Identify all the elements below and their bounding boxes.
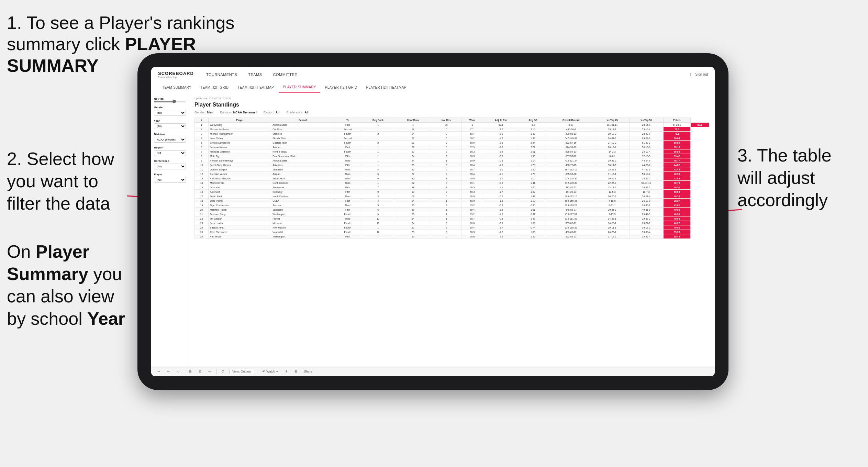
standings-table: # Player School Yr Reg Rank Conf Rank No… (194, 118, 709, 239)
logo-sub: Powered by clippi (158, 76, 194, 78)
table-row: 15Jake HallTennesseeFifth788168.5-1.51.6… (195, 185, 709, 190)
table-row: 24Bastian AmatNew MexicoFourth127269.4-1… (195, 225, 709, 230)
division-filter: Division NCAA Division I NCAA Division I… (154, 133, 186, 143)
table-row: 9Preston SummerhaysArizona StateThird124… (195, 158, 709, 163)
col-no-rds: No. Rds. (431, 118, 461, 123)
logo-title: SCOREBOARD (158, 71, 194, 76)
nav-right: | Sign out (690, 73, 708, 76)
table-row: 7Nicholas GabrelcikNorth FloridaFourth12… (195, 149, 709, 154)
nav-items: TOURNAMENTS TEAMS COMMITTEE (201, 67, 690, 82)
table-row: 12Brendan ValdesAuburnThird577068.4-1.11… (195, 172, 709, 176)
region-select[interactable]: N/A All (154, 150, 186, 156)
table-area: Update time: 27/03/2024 16:56:26 Player … (189, 93, 715, 366)
standings-title: Player Standings (194, 102, 709, 108)
toolbar-view[interactable]: View: Original (229, 369, 254, 374)
no-rds-label: No Rds. (154, 97, 186, 100)
tablet-screen: SCOREBOARD Powered by clippi TOURNAMENTS… (151, 67, 715, 376)
toolbar-sep2 (216, 369, 216, 374)
toolbar-copy[interactable]: ⊞ (187, 369, 194, 374)
nav-bar: SCOREBOARD Powered by clippi TOURNAMENTS… (151, 67, 715, 82)
filter-gender-value: Men (207, 111, 213, 114)
toolbar-dash[interactable]: — (206, 369, 213, 374)
no-rds-filter: No Rds. (154, 97, 186, 102)
slider-thumb[interactable] (173, 100, 176, 103)
table-row: 21Taehoon SongWashingtonFourth523169.2-1… (195, 212, 709, 216)
slider-fill (154, 101, 173, 102)
region-label: Region (154, 146, 186, 149)
col-overall: Overall Record (547, 118, 595, 123)
toolbar-sep3 (257, 369, 257, 374)
conference-filter: Conference (All) (154, 159, 186, 169)
toolbar-share[interactable]: Share (302, 369, 314, 374)
tab-player-h2h-heatmap[interactable]: PLAYER H2H HEATMAP (362, 82, 411, 93)
toolbar-download[interactable]: ⬇ (283, 369, 290, 374)
table-row: 17David FordNorth CarolinaThird369068.9-… (195, 194, 709, 199)
no-rds-slider[interactable] (154, 101, 186, 102)
nav-tournaments[interactable]: TOURNAMENTS (201, 67, 243, 82)
table-row: 23Jack LundinMissouriFourth1124068.6-2.3… (195, 221, 709, 225)
table-row: 10Jacob Skov OlesenArkansasFifth125068.4… (195, 163, 709, 167)
col-adj: Adj. to Par (483, 118, 519, 123)
table-row: 25Cole SherwoodVanderbiltFourth1223068.3… (195, 230, 709, 234)
filter-division-value: NCAA Division I (233, 111, 257, 114)
filter-chip-division: Division: NCAA Division I (220, 111, 257, 114)
update-time: Update time: 27/03/2024 16:56:26 (194, 97, 709, 100)
tab-team-summary[interactable]: TEAM SUMMARY (158, 82, 196, 93)
nav-teams[interactable]: TEAMS (243, 67, 267, 82)
nav-committee[interactable]: COMMITTEE (268, 67, 303, 82)
player-select[interactable]: (All) (154, 177, 186, 183)
annotation-step-3: 3. The table will adjust accordingly (737, 144, 861, 211)
tab-team-h2h-grid[interactable]: TEAM H2H GRID (196, 82, 233, 93)
table-row: 8Mats EgeEast Tennessee StateFifth124268… (195, 154, 709, 158)
slider-track (154, 101, 186, 102)
annotation-step-2: 2. Select how you want to filter the dat… (7, 148, 124, 215)
gender-filter: Gender Men Women (154, 106, 186, 116)
filter-conference-value: All (304, 111, 309, 114)
col-vs-top50: Vs Top 50 (629, 118, 663, 123)
toolbar-watch[interactable]: 👁 Watch ▾ (260, 369, 280, 374)
toolbar-grid[interactable]: ⊞ (292, 369, 299, 374)
conference-select[interactable]: (All) (154, 164, 186, 169)
filter-panel: No Rds. Gender Men Women (151, 93, 189, 366)
col-yr: Yr (334, 118, 361, 123)
table-row: 1Wenyi DingArizona StateFirst1115167.1-3… (195, 123, 709, 127)
toolbar-sep1 (184, 369, 184, 374)
toolbar-undo[interactable]: ↩ (155, 369, 162, 374)
table-row: 4Luke ClatonFlorida StateSecond127068.2-… (195, 136, 709, 141)
table-row: 5Christo LamprechtGeorgia TechFourth2212… (195, 141, 709, 145)
bottom-toolbar: ↩ ↪ ◁ ⊞ ⊟ — ⏱ View: Original 👁 Watch ▾ ⬇… (151, 366, 715, 376)
col-player: Player (209, 118, 271, 123)
tab-player-summary[interactable]: PLAYER SUMMARY (279, 82, 320, 93)
division-select[interactable]: NCAA Division I NCAA Division II NCAA Di… (154, 137, 186, 143)
table-row: 19Tiger ChristensenArizonaThird523269.2-… (195, 203, 709, 208)
sub-nav: TEAM SUMMARY TEAM H2H GRID TEAM H2H HEAT… (151, 82, 715, 93)
filter-chip-gender: Gender: Men (194, 111, 213, 114)
table-row: 2Michael La SassoOle MissSecond118067.1-… (195, 127, 709, 132)
year-filter: Year (All) First Second Third Fourth Fif… (154, 119, 186, 129)
col-vs-top25: Vs Top 25 (595, 118, 629, 123)
toolbar-clock[interactable]: ⏱ (219, 369, 226, 374)
toolbar-paste[interactable]: ⊟ (197, 369, 203, 374)
toolbar-redo[interactable]: ↪ (165, 369, 172, 374)
table-row: 11Gordon SargentVanderbiltThird421068.7-… (195, 167, 709, 172)
sign-out-link[interactable]: Sign out (695, 73, 708, 76)
main-content: No Rds. Gender Men Women (151, 93, 715, 366)
filter-region-value: All (276, 111, 280, 114)
table-row: 13Phichakun MaichonTexas A&MThird630169.… (195, 176, 709, 181)
region-filter: Region N/A All (154, 146, 186, 156)
year-label: Year (154, 119, 186, 122)
toolbar-back[interactable]: ◁ (175, 369, 181, 374)
col-reg-rank: Reg Rank (361, 118, 395, 123)
col-rank: # (195, 118, 209, 123)
table-row: 20Matthew RiedelVanderbiltFifth668168.4-… (195, 208, 709, 212)
tab-team-h2h-heatmap[interactable]: TEAM H2H HEATMAP (233, 82, 278, 93)
gender-select[interactable]: Men Women (154, 110, 186, 116)
col-avg-sg: Avg SG (519, 118, 547, 123)
tab-player-h2h-grid[interactable]: PLAYER H2H GRID (321, 82, 361, 93)
col-points: Points (663, 118, 690, 123)
year-select[interactable]: (All) First Second Third Fourth Fifth (154, 123, 186, 129)
gender-label: Gender (154, 106, 186, 109)
annotation-step-2b: On Player Summary you can also view by s… (7, 241, 131, 330)
table-row: 22Ian GilliganFloridaThird1024168.7-0.81… (195, 216, 709, 221)
table-row: 26Petr HrubyWashingtonFifth725068.6-1.61… (195, 234, 709, 239)
